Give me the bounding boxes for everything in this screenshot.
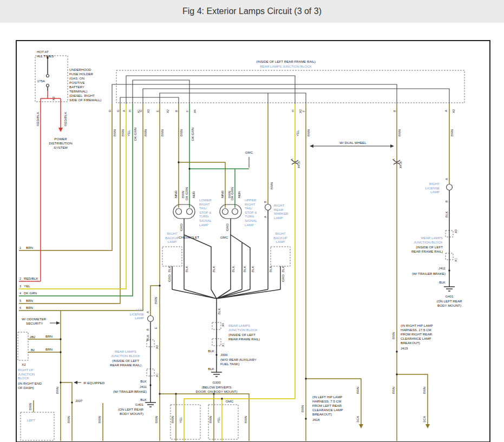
diagram-label: J337 bbox=[75, 399, 83, 403]
diagram-label: (W/ TRAILER BRAKE) bbox=[412, 272, 446, 275]
diagram-label: FUSE HOLDER bbox=[69, 72, 94, 76]
diagram-label: GRD bbox=[225, 223, 229, 231]
diagram-shape bbox=[159, 393, 160, 394]
diagram-label: GRD bbox=[167, 274, 171, 282]
diagram-label: LEFT bbox=[27, 418, 35, 422]
diagram-label: RED/BLK bbox=[36, 111, 40, 126]
diagram-label: MNR bbox=[220, 190, 224, 198]
diagram-label: BRN bbox=[300, 405, 304, 412]
diagram-label: H bbox=[128, 110, 132, 112]
diagram-label: B bbox=[175, 110, 178, 112]
diagram-label: A bbox=[445, 178, 448, 180]
diagram-label: BRN bbox=[171, 416, 174, 423]
diagram-label: X3 bbox=[155, 345, 159, 349]
diagram-shape bbox=[221, 398, 222, 399]
diagram-label: BRN bbox=[181, 191, 185, 198]
diagram-label: W/ ODOMETER bbox=[22, 317, 47, 321]
diagram-label: STOP & bbox=[245, 210, 257, 214]
diagram-label: G bbox=[139, 110, 142, 112]
diagram-label: B bbox=[175, 110, 178, 112]
diagram-label: BLK bbox=[146, 334, 149, 341]
diagram-label: X3 bbox=[452, 109, 455, 113]
diagram-label: CHEVROLET bbox=[179, 235, 199, 239]
diagram-label: YEL bbox=[217, 417, 220, 423]
diagram-label: 2 bbox=[19, 277, 21, 280]
diagram-label: 1CA bbox=[356, 415, 359, 423]
diagram-label: G401 bbox=[135, 403, 144, 406]
diagram-label: BRN bbox=[154, 416, 158, 423]
diagram-label: BLK bbox=[208, 349, 215, 353]
diagram-label: BRN bbox=[270, 182, 273, 189]
diagram-label: BRN bbox=[391, 332, 395, 339]
diagram-label: X3 bbox=[147, 109, 150, 113]
diagram-label: MNR bbox=[220, 190, 224, 198]
diagram-label: LEFT bbox=[136, 308, 144, 312]
diagram-label: BRN bbox=[391, 332, 395, 339]
diagram-label: YEL bbox=[217, 417, 220, 423]
diagram-label: BRN bbox=[45, 334, 53, 338]
diagram-label: GMC bbox=[220, 235, 228, 239]
diagram-label: BRN bbox=[113, 129, 116, 136]
diagram-label: G300 bbox=[212, 380, 221, 384]
diagram-label: LAMP bbox=[274, 216, 283, 220]
diagram-label: BRN bbox=[26, 299, 33, 302]
diagram-label: X2 bbox=[51, 96, 55, 101]
diagram-label: BLK bbox=[217, 307, 221, 314]
diagram-label: G bbox=[116, 110, 120, 112]
diagram-label: FUEL TANK) bbox=[220, 362, 239, 366]
diagram-label: X3 bbox=[454, 229, 457, 233]
diagram-shape bbox=[71, 401, 73, 403]
diagram-label: BRN bbox=[397, 129, 401, 136]
diagram-label: (INSIDE OF LEFTREAR FRAME RAIL) bbox=[411, 245, 443, 253]
diagram-label: RIGHT bbox=[275, 232, 285, 235]
diagram-label: X3 bbox=[147, 109, 150, 113]
diagram-label: LICENSE bbox=[426, 186, 440, 190]
diagram-label: JUNCTION BLOCK bbox=[228, 328, 258, 332]
diagram-label: BRN bbox=[208, 416, 212, 423]
diagram-label: X2 bbox=[22, 362, 26, 366]
diagram-label: GRD bbox=[281, 274, 285, 282]
diagram-label: X416 bbox=[399, 161, 402, 168]
diagram-label: X415 bbox=[297, 161, 300, 168]
diagram-label: B bbox=[146, 328, 149, 331]
diagram-label: BLK bbox=[185, 265, 188, 272]
diagram-label: BRN bbox=[121, 129, 125, 136]
diagram-shape bbox=[448, 269, 450, 271]
diagram-label: DISTRIBUTION bbox=[49, 141, 73, 145]
diagram-label: BREAKOUT) bbox=[401, 341, 420, 345]
diagram-label: X1 bbox=[221, 343, 225, 347]
diagram-label: BRN bbox=[181, 191, 185, 198]
diagram-label: (ON LEFT REAR bbox=[437, 299, 463, 303]
diagram-label: BRN bbox=[97, 416, 101, 423]
diagram-label: (IN RIGHT HIP LAMP bbox=[401, 324, 433, 327]
diagram-label: GRD bbox=[281, 274, 285, 282]
diagram-label: A bbox=[445, 178, 448, 180]
diagram-label: G bbox=[139, 110, 142, 112]
diagram-label: X2 bbox=[166, 109, 169, 113]
diagram-shape bbox=[305, 378, 306, 379]
diagram-label: 5 bbox=[19, 299, 21, 302]
diagram-label: MJR bbox=[237, 191, 241, 198]
diagram-label: (W/ TRAILER BRAKE) bbox=[113, 390, 147, 393]
diagram-label: BLK bbox=[208, 367, 215, 371]
diagram-label: X415 bbox=[297, 161, 300, 168]
diagram-shape bbox=[60, 381, 61, 383]
diagram-label: A bbox=[264, 216, 267, 218]
diagram-label: BRN bbox=[208, 416, 212, 423]
diagram-label: BRN bbox=[391, 387, 395, 394]
diagram-label: X2 bbox=[22, 362, 26, 366]
diagram-label: BLK bbox=[140, 398, 147, 401]
diagram-label: POWER bbox=[54, 137, 67, 141]
diagram-label: BRN bbox=[422, 387, 426, 394]
diagram-label: SIDE OF FIREWALL) bbox=[69, 98, 101, 102]
diagram-label: E bbox=[154, 327, 158, 329]
diagram-label: BLK bbox=[167, 265, 171, 272]
diagram-label: JUNCTION BLOCK bbox=[414, 240, 443, 244]
diagram-label: DK GRN bbox=[133, 128, 137, 141]
diagram-label: ALL TIMES bbox=[37, 54, 54, 58]
diagram-label: DK GRN bbox=[230, 187, 234, 200]
diagram-label: REAR LAMPS JUNCTION BLOCK bbox=[260, 64, 312, 68]
diagram-label: 2B2 bbox=[30, 335, 35, 339]
diagram-label: BRN bbox=[121, 129, 125, 136]
diagram-label: GRD bbox=[179, 223, 183, 231]
